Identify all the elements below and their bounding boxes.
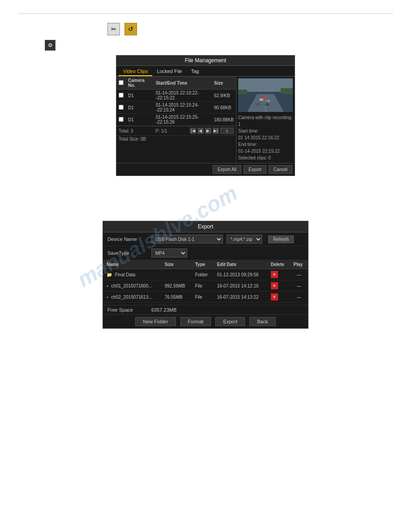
camera-clip-info: Camera with clip recording: 1 xyxy=(238,114,293,128)
free-space-row: Free Space 6357.23MB xyxy=(103,305,308,314)
folder-icon-1: 📁 xyxy=(107,272,112,277)
preview-image xyxy=(238,78,293,112)
export-table-row[interactable]: 📁 Final Data Folder 01-12-2013 09:29:56 … xyxy=(103,269,308,280)
row-checkbox-1[interactable] xyxy=(119,93,124,98)
top-icon-row: ✂ ↺ xyxy=(107,23,393,35)
col-name: Name xyxy=(103,260,161,269)
cell-camera-2: D1 xyxy=(126,102,154,114)
save-type-row: SaveType MP4 xyxy=(103,246,308,260)
export-cell-name-2: ▪ ch01_2015071600... xyxy=(103,280,161,292)
svg-rect-3 xyxy=(263,96,266,99)
start-time-label: Start time: xyxy=(238,128,293,134)
cancel-button[interactable]: Cancel xyxy=(269,165,292,174)
row-checkbox-2[interactable] xyxy=(119,105,124,110)
table-row[interactable]: D1 01-14-2015 22:15:24--22:15:24 90.68KB xyxy=(116,102,236,114)
page-first-btn[interactable]: |◀ xyxy=(190,128,196,134)
page-label: P: 1/1 xyxy=(156,129,167,133)
tab-tag[interactable]: Tag xyxy=(187,67,204,76)
file-icon-3: ▪ xyxy=(107,295,108,300)
svg-rect-5 xyxy=(267,100,270,102)
export-cell-type-1: Folder xyxy=(192,269,214,280)
page-input[interactable] xyxy=(220,128,234,134)
dialog-action-buttons: Export All Export Cancel xyxy=(116,163,295,176)
export-table-row[interactable]: ▪ ch01_2015071600... 992.56MB File 16-07… xyxy=(103,280,308,292)
export-cell-play-1: — xyxy=(290,269,308,280)
cell-camera-3: D1 xyxy=(126,114,154,126)
row-checkbox-3[interactable] xyxy=(119,117,124,122)
page-last-btn[interactable]: ▶| xyxy=(213,128,219,134)
save-type-label: SaveType xyxy=(107,250,148,256)
cell-size-1: 62.9/KB xyxy=(212,90,236,102)
total-size: Total Size: 0B xyxy=(116,135,236,142)
file-table: Camera No. Start/End Time Size D1 01-14-… xyxy=(116,77,236,126)
export-all-button[interactable]: Export All xyxy=(213,165,241,174)
free-space-label: Free Space xyxy=(107,307,148,313)
spacer-1 xyxy=(18,189,393,216)
device-name-label: Device Name xyxy=(107,236,148,242)
export-cell-name-1: 📁 Final Data xyxy=(103,269,161,280)
export-cell-type-3: File xyxy=(192,292,214,303)
page-prev-btn[interactable]: ◀ xyxy=(197,128,204,134)
dialog-body: Camera No. Start/End Time Size D1 01-14-… xyxy=(116,77,295,163)
refresh-icon-top[interactable]: ↺ xyxy=(124,23,137,35)
info-panel: Camera with clip recording: 1 Start time… xyxy=(238,114,293,161)
svg-rect-4 xyxy=(260,99,263,101)
file-management-section: File Management Video Clips Locked File … xyxy=(18,55,393,176)
export-cell-play-3: — xyxy=(290,292,308,303)
new-folder-button[interactable]: New Folder xyxy=(135,317,176,326)
save-type-select[interactable]: MP4 xyxy=(151,249,187,257)
export-cell-type-2: File xyxy=(192,280,214,292)
col-edit-date: Edit Date xyxy=(214,260,267,269)
export-final-button[interactable]: Export xyxy=(215,317,245,326)
tab-locked-file[interactable]: Locked File xyxy=(152,67,186,76)
delete-btn-2[interactable]: ✕ xyxy=(271,282,278,289)
delete-btn-1[interactable]: ✕ xyxy=(271,271,278,278)
cell-size-2: 90.68KB xyxy=(212,102,236,114)
format-button[interactable]: Format xyxy=(180,317,211,326)
free-space-value: 6357.23MB xyxy=(151,307,176,313)
export-dialog: Export Device Name USB Flash Disk 1-1 *.… xyxy=(103,221,308,329)
device-name-select[interactable]: USB Flash Disk 1-1 xyxy=(151,235,223,244)
pagination: |◀ ◀ ▶ ▶| xyxy=(190,128,234,134)
export-title: Export xyxy=(103,221,308,232)
col-size: Size xyxy=(212,77,236,90)
file-management-title: File Management xyxy=(116,56,295,66)
scissors-icon[interactable]: ✂ xyxy=(107,23,120,35)
table-row[interactable]: D1 01-14-2015 22:10:22--22:15:22 62.9/KB xyxy=(116,90,236,102)
dialog-tabs: Video Clips Locked File Tag xyxy=(116,66,295,77)
total-label: Total: 3 xyxy=(119,129,133,133)
file-icon-2: ▪ xyxy=(107,283,108,288)
preview-svg xyxy=(238,78,293,112)
export-cell-date-3: 16-07-2015 14:13:22 xyxy=(214,292,267,303)
select-all-checkbox[interactable] xyxy=(119,80,124,85)
export-cell-play-2: — xyxy=(290,280,308,292)
file-type-select[interactable]: *.mp4;*.zip xyxy=(227,235,262,244)
col-play: Play xyxy=(290,260,308,269)
start-time-val: 01 14 2015 22:16:22 xyxy=(238,134,293,141)
gear-icon[interactable]: ⚙ xyxy=(45,40,56,51)
refresh-button[interactable]: Refresh xyxy=(268,236,294,243)
export-cell-delete-1: ✕ xyxy=(267,269,290,280)
back-button[interactable]: Back xyxy=(249,317,275,326)
preview-panel: Camera with clip recording: 1 Start time… xyxy=(236,77,295,163)
svg-rect-9 xyxy=(238,90,247,94)
col-size: Size xyxy=(161,260,192,269)
export-cell-date-1: 01-12-2013 09:29:56 xyxy=(214,269,267,280)
page-next-btn[interactable]: ▶ xyxy=(205,128,211,134)
col-camera-no: Camera No. xyxy=(126,77,154,90)
export-button[interactable]: Export xyxy=(244,165,266,174)
cell-time-1: 01-14-2015 22:10:22--22:15:22 xyxy=(154,90,212,102)
col-type: Type xyxy=(192,260,214,269)
export-table-row[interactable]: ▪ ch02_2015071613... 76.55MB File 16-07-… xyxy=(103,292,308,303)
file-table-section: Camera No. Start/End Time Size D1 01-14-… xyxy=(116,77,236,163)
delete-btn-3[interactable]: ✕ xyxy=(271,293,278,300)
table-row[interactable]: D1 01-14-2015 22:15:25--22:15:26 180.88K… xyxy=(116,114,236,126)
svg-rect-10 xyxy=(281,88,293,94)
top-divider xyxy=(18,13,393,14)
cell-size-3: 180.88KB xyxy=(212,114,236,126)
col-delete: Delete xyxy=(267,260,290,269)
tab-video-clips[interactable]: Video Clips xyxy=(119,67,152,76)
export-cell-delete-3: ✕ xyxy=(267,292,290,303)
export-cell-size-1 xyxy=(161,269,192,280)
file-management-dialog: File Management Video Clips Locked File … xyxy=(116,55,295,176)
